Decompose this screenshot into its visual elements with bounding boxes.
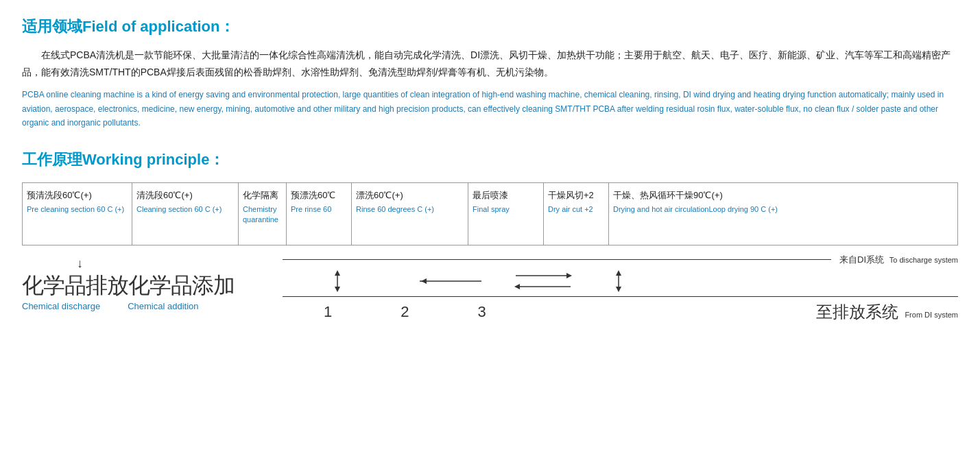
svg-marker-4 — [421, 278, 427, 284]
discharge-label: 至排放系统 From DI system — [816, 301, 958, 323]
cell3-en: Chemistry quarantine — [243, 204, 282, 226]
cell1-zh: 预清洗段60℃(+) — [27, 189, 128, 202]
discharge-en: From DI system — [905, 311, 958, 319]
down-arrow-icon: ↓ — [77, 256, 83, 271]
cell7-en: Dry air cut +2 — [548, 204, 604, 215]
flow-number-2: 2 — [401, 303, 409, 321]
cell6-zh: 最后喷漆 — [473, 189, 539, 202]
process-cell-1: 预清洗段60℃(+) Pre cleaning section 60 C (+) — [23, 183, 132, 245]
diagram-area: ↓ 化学品排放化学品添加 Chemical discharge Chemical… — [22, 254, 958, 323]
di-label-zh: 来自DI系统 — [839, 254, 884, 265]
working-principle-section: 工作原理Working principle： 预清洗段60℃(+) Pre cl… — [22, 149, 958, 323]
process-flow-table: 预清洗段60℃(+) Pre cleaning section 60 C (+)… — [22, 182, 958, 245]
chemical-discharge-label: Chemical discharge — [22, 301, 100, 311]
cell8-zh: 干燥、热风循环干燥90℃(+) — [613, 189, 953, 202]
process-cell-4: 预漂洗60℃ Pre rinse 60 — [287, 183, 352, 245]
process-cell-7: 干燥风切+2 Dry air cut +2 — [544, 183, 609, 245]
process-cell-6: 最后喷漆 Final spray — [468, 183, 544, 245]
svg-marker-6 — [566, 273, 572, 278]
cell4-zh: 预漂洗60℃ — [291, 189, 347, 202]
flow-number-1: 1 — [324, 303, 332, 321]
svg-marker-1 — [335, 270, 340, 276]
di-system-label: 来自DI系统 To discharge system — [839, 254, 958, 266]
process-cell-5: 漂洗60℃(+) Rinse 60 degrees C (+) — [352, 183, 468, 245]
chemical-addition-label: Chemical addition — [128, 301, 198, 311]
cell4-en: Pre rinse 60 — [291, 204, 347, 215]
cell5-zh: 漂洗60℃(+) — [356, 189, 464, 202]
cell7-zh: 干燥风切+2 — [548, 189, 604, 202]
cell1-en: Pre cleaning section 60 C (+) — [27, 204, 128, 215]
chemical-sub-labels: Chemical discharge Chemical addition — [22, 301, 199, 311]
chemical-main-text: 化学品排放化学品添加 — [22, 272, 235, 298]
cell8-en: Drying and hot air circulationLoop dryin… — [613, 204, 953, 215]
flow-arrows-svg — [283, 269, 763, 293]
cell5-en: Rinse 60 degrees C (+) — [356, 204, 464, 215]
cell3-zh: 化学隔离 — [243, 189, 282, 202]
top-line-row: 来自DI系统 To discharge system — [283, 254, 958, 266]
svg-marker-10 — [616, 270, 621, 276]
flow-diagram: 来自DI系统 To discharge system — [276, 254, 958, 323]
process-cell-3: 化学隔离 Chemistry quarantine — [239, 183, 287, 245]
working-principle-title: 工作原理Working principle： — [22, 149, 958, 170]
numbers-row: 1 2 3 至排放系统 From DI system — [283, 301, 958, 323]
cell2-zh: 清洗段60℃(+) — [136, 189, 234, 202]
process-cell-2: 清洗段60℃(+) Cleaning section 60 C (+) — [132, 183, 239, 245]
process-cell-8: 干燥、热风循环干燥90℃(+) Drying and hot air circu… — [609, 183, 957, 245]
discharge-zh: 至排放系统 — [816, 302, 898, 321]
svg-marker-8 — [514, 284, 520, 289]
description-chinese: 在线式PCBA清洗机是一款节能环保、大批量清洁的一体化综合性高端清洗机，能自动完… — [22, 47, 958, 81]
flow-number-3: 3 — [478, 303, 486, 321]
chemical-labels: ↓ 化学品排放化学品添加 Chemical discharge Chemical… — [22, 254, 276, 311]
svg-marker-2 — [335, 287, 340, 292]
field-of-application-section: 适用领域Field of application： 在线式PCBA清洗机是一款节… — [22, 16, 958, 130]
svg-marker-11 — [616, 287, 621, 292]
field-of-application-title: 适用领域Field of application： — [22, 16, 958, 37]
di-label-en: To discharge system — [889, 256, 958, 264]
top-divider — [283, 259, 831, 260]
cell6-en: Final spray — [473, 204, 539, 215]
arrows-row — [283, 269, 958, 293]
description-english: PCBA online cleaning machine is a kind o… — [22, 88, 958, 130]
cell2-en: Cleaning section 60 C (+) — [136, 204, 234, 215]
bottom-divider — [283, 296, 958, 297]
